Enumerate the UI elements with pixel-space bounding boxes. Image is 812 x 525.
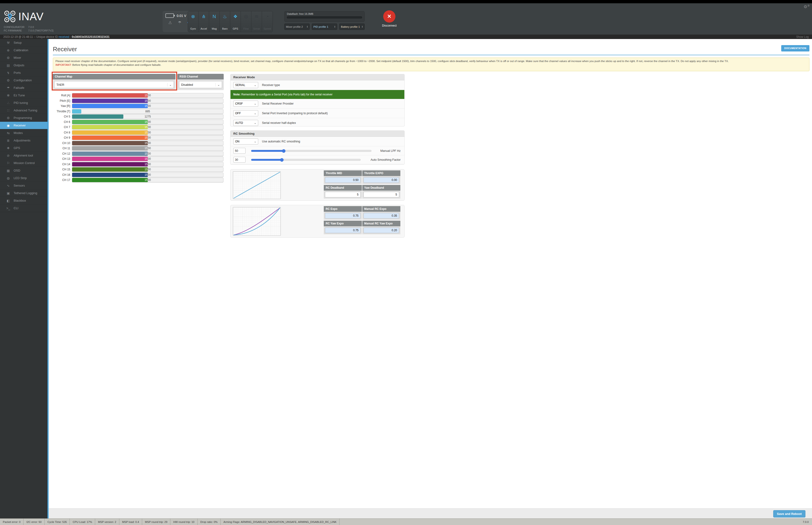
channel-bar-track: 15001500 [72,178,224,182]
sidebar-item-failsafe[interactable]: ☂Failsafe [0,84,47,92]
yaw-deadband-input[interactable] [364,192,399,197]
sidebar-item-modes[interactable]: ⇆Modes [0,129,47,137]
manual-rc-yaw-expo-input[interactable] [364,227,399,233]
channel-row: CH 815001500 [53,130,224,135]
sidebar-item-configuration[interactable]: ⚙Configuration [0,77,47,84]
channel-value-overlay: 1500 [72,157,148,161]
pid-profile-select[interactable]: PID profile 1▲▼ [312,24,337,30]
configurator-version: 7.0.0 [28,25,53,29]
auto-rc-smoothing-label: Use automatic RC smoothing [262,140,300,143]
sidebar-item-pid-tuning[interactable]: ∴PID tuning [0,99,47,107]
sensor-bar: ⊗Gyro⋔AccelNMag♨Baro❖GPS◎Flow≋Sonar◔Spee… [188,11,273,32]
manual-rc-expo-input[interactable] [364,213,399,219]
sidebar-item-label: Receiver [14,124,26,127]
app-header: INAV CONFIGURATOR 7.0.0 FC FIRMWARE 7.0.… [0,3,406,34]
manual-lpf-input[interactable] [233,148,246,154]
sidebar-item-blackbox[interactable]: ◧Blackbox [0,197,47,205]
serial-receiver-provider-select[interactable]: CRSF⌄ [233,101,258,107]
serial-half-duplex-select[interactable]: AUTO⌄ [233,120,258,126]
receiver-mode-panel: Receiver Mode SERIAL⌄Receiver typeNote: … [230,74,404,126]
sidebar-item-mission-control[interactable]: ⚐Mission Control [0,159,47,167]
sidebar-item-setup[interactable]: ⚒Setup [0,39,47,46]
channel-label: Yaw [R] [53,104,70,108]
failsafe-icon: ☂ [178,20,181,25]
sidebar-item-label: Ez Tune [14,93,25,97]
rc-yaw-expo-input[interactable] [325,227,361,233]
profile-selectors: Mixer profile 2▲▼PID profile 1▲▼Battery … [284,24,365,30]
note-important-label: IMPORTANT: [56,63,72,66]
sidebar-item-ports[interactable]: ↯Ports [0,69,47,77]
auto-smoothing-factor-input[interactable] [233,157,246,163]
sidebar-item-programming[interactable]: ⚙Programming [0,114,47,122]
disconnect-button[interactable]: ✕ Disconnect [381,10,398,27]
rssi-channel-panel: RSSI Channel Disabled ⌄ [178,74,224,90]
sidebar-item-calibration[interactable]: ⊕Calibration [0,46,47,54]
sensor-flow: ◎Flow [241,11,251,32]
channel-bar-fill: 1500 [72,120,148,124]
rc-expo-input[interactable] [325,213,361,219]
channel-value-overlay: 1500 [72,167,148,171]
channel-row: CH 915001500 [53,135,224,140]
sidebar-item-adjustments[interactable]: ≣Adjustments [0,137,47,144]
auto-smoothing-factor-slider[interactable] [251,158,361,162]
channel-label: CH 13 [53,157,70,161]
table-values [324,191,400,198]
sidebar-item-receiver[interactable]: ◉Receiver [0,122,47,129]
sidebar-nav: ⚒Setup⊕Calibration⚙Mixer▤Outputs↯Ports⚙C… [0,39,49,262]
channel-bar-track: 12751275 [72,114,224,119]
sidebar-item-tethered-logging[interactable]: ▣Tethered Logging [0,190,47,197]
table-headers: RC Yaw ExpoManual RC Yaw Expo [324,221,400,226]
rc-deadband-input[interactable] [325,192,361,197]
pid-tuning-icon: ∴ [6,101,11,105]
slider-thumb[interactable] [282,149,286,153]
gps-icon: ❖ [233,14,238,19]
sidebar-item-gps[interactable]: ❖GPS [0,144,47,152]
channel-row: Yaw [R]15001500 [53,104,224,108]
expo-curve-graph [233,207,281,236]
channel-bar-track: 15001500 [72,99,224,103]
sidebar-item-led-strip[interactable]: ◍LED Strip [0,174,47,182]
slider-thumb[interactable] [280,158,284,162]
channel-bar-fill: 1275 [72,115,123,119]
sidebar-item-cli[interactable]: >_CLI [0,205,47,212]
throttle-expo-input[interactable] [364,177,399,183]
sidebar-item-alignment-tool[interactable]: ⊘Alignment tool [0,152,47,159]
table-headers: Throttle MIDThrottle EXPO [324,170,400,176]
chevron-down-icon: ⌄ [254,121,256,124]
slider-fill [251,159,282,161]
channel-bar-fill: 1500 [72,167,148,171]
receiver-mode-rows: SERIAL⌄Receiver typeNote: Remember to co… [230,80,404,127]
receiver-type-select[interactable]: SERIAL⌄ [233,82,258,88]
window-top-strip [0,0,406,3]
sidebar-item-label: Programming [14,116,32,120]
manual-lpf-label: Manual LPF Hz [380,149,401,152]
sidebar-item-advanced-tuning[interactable]: ∷Advanced Tuning [0,107,47,114]
auto-rc-smoothing-select[interactable]: ON⌄ [233,138,258,145]
channel-row: CH 1515001500 [53,167,224,172]
channel-label: CH 8 [53,131,70,134]
channel-label: CH 6 [53,120,70,124]
channel-bar-track: 15001500 [72,167,224,172]
mixer-profile-select[interactable]: Mixer profile 2▲▼ [284,24,310,30]
throttle-mid-input[interactable] [325,177,361,183]
sidebar-item-osd[interactable]: ▦OSD [0,167,47,174]
manual-lpf-slider[interactable] [251,149,371,152]
receiver-type-row: SERIAL⌄Receiver type [230,80,404,90]
battery-profile-select[interactable]: Battery profile 1▲▼ [339,24,365,30]
channel-bar-track: 15001500 [72,135,224,140]
receiver-type-label: Receiver type [262,84,280,87]
sidebar-item-outputs[interactable]: ▤Outputs [0,62,47,69]
sidebar-item-ez-tune[interactable]: ✻Ez Tune [0,92,47,99]
channel-map-select[interactable]: TAER ⌄ [54,81,174,88]
updown-arrows-icon: ▲▼ [362,26,363,28]
usb-disconnect-icon[interactable]: ✕ [383,10,395,22]
rssi-channel-select[interactable]: Disabled ⌄ [179,81,222,88]
sensors-icon: ∿ [6,184,11,188]
serial-port-inverted-select[interactable]: OFF⌄ [233,110,258,116]
channel-map-value: TAER [56,83,64,87]
sidebar-item-sensors[interactable]: ∿Sensors [0,182,47,190]
configuration-icon: ⚙ [6,78,11,82]
sidebar-item-mixer[interactable]: ⚙Mixer [0,54,47,62]
serial-half-duplex-row: AUTO⌄Serial receiver half-duplex [230,118,404,127]
channel-value-overlay: 1500 [72,178,148,182]
